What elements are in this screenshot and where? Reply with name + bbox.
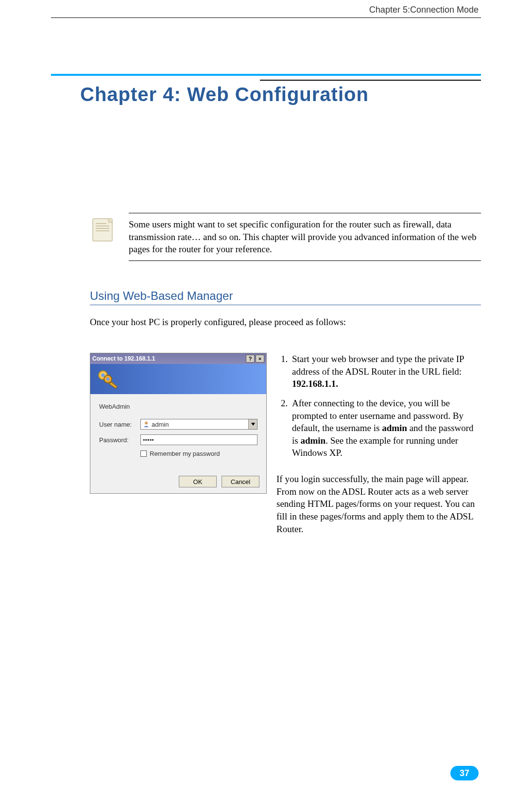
remember-row: Remember my password <box>140 450 257 457</box>
dialog-banner <box>90 364 266 394</box>
step-1: Start your web browser and type the priv… <box>290 353 481 390</box>
user-icon <box>143 421 150 428</box>
dialog-user-row: User name: admin <box>99 419 257 430</box>
dialog-buttons: OK Cancel <box>179 476 259 487</box>
dialog-body: WebAdmin User name: admin Password: <box>90 394 266 457</box>
note-text: Some users might want to set specific co… <box>129 218 481 256</box>
dialog-title: Connect to 192.168.1.1 <box>92 355 155 362</box>
password-field[interactable]: ••••• <box>140 434 257 445</box>
step-1-text-a: Start your web browser and type the priv… <box>292 354 464 377</box>
steps-column: Start your web browser and type the priv… <box>276 353 481 535</box>
section-intro: Once your host PC is properly configured… <box>90 317 481 328</box>
title-accent-rule <box>51 74 481 76</box>
header-rule <box>51 17 481 18</box>
ok-button[interactable]: OK <box>179 476 217 487</box>
note-rule-bottom <box>129 260 481 261</box>
chevron-down-icon[interactable] <box>248 419 257 429</box>
svg-point-9 <box>106 378 109 381</box>
password-value: ••••• <box>143 436 154 444</box>
content-row: Connect to 192.168.1.1 ? × WebAdmin User… <box>90 353 481 535</box>
header-path: Chapter 5:Connection Mode <box>369 5 479 15</box>
section-heading: Using Web-Based Manager <box>90 289 481 305</box>
cancel-button[interactable]: Cancel <box>222 476 259 487</box>
username-value: admin <box>152 421 169 428</box>
dialog-user-label: User name: <box>99 421 140 428</box>
note-icon <box>90 217 117 243</box>
svg-point-6 <box>102 374 105 377</box>
step-2: After connecting to the device, you will… <box>290 397 481 459</box>
chapter-title-block: Chapter 4: Web Configuration <box>51 74 481 105</box>
svg-point-11 <box>145 422 148 425</box>
username-field[interactable]: admin <box>140 419 257 430</box>
login-dialog: Connect to 192.168.1.1 ? × WebAdmin User… <box>90 353 267 494</box>
page-number: 37 <box>450 766 479 780</box>
dialog-help-button[interactable]: ? <box>246 355 255 363</box>
note-block: Some users might want to set specific co… <box>90 213 481 261</box>
chapter-title: Chapter 4: Web Configuration <box>51 74 481 105</box>
dialog-pass-row: Password: ••••• <box>99 434 257 445</box>
note-rule-top <box>129 213 481 213</box>
dialog-close-button[interactable]: × <box>256 355 264 363</box>
dialog-app-label: WebAdmin <box>99 403 257 410</box>
dialog-titlebar: Connect to 192.168.1.1 ? × <box>90 353 266 364</box>
step-1-ip: 192.168.1.1. <box>292 379 338 389</box>
remember-label: Remember my password <box>150 450 220 457</box>
title-right-rule <box>260 80 481 81</box>
note-text-wrap: Some users might want to set specific co… <box>129 213 481 261</box>
dialog-pass-label: Password: <box>99 436 140 444</box>
remember-checkbox[interactable] <box>140 450 147 457</box>
keys-icon <box>96 368 120 390</box>
after-login-text: If you login successfully, the main page… <box>276 473 481 535</box>
step-2-bold-1: admin <box>382 423 407 433</box>
step-2-bold-2: admin <box>300 435 326 446</box>
